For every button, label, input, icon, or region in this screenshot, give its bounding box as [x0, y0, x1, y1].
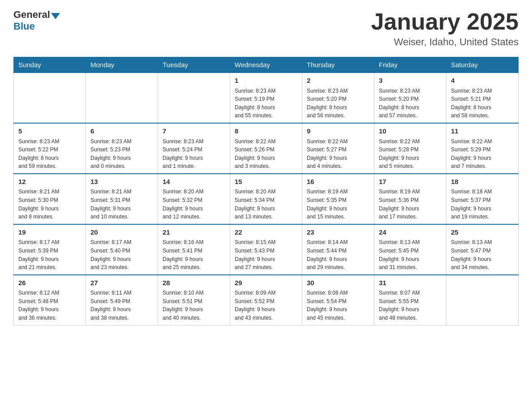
calendar-cell: 8Sunrise: 8:22 AM Sunset: 5:26 PM Daylig…	[230, 123, 302, 174]
day-number: 5	[18, 126, 81, 137]
day-number: 2	[307, 76, 369, 86]
day-info: Sunrise: 8:19 AM Sunset: 5:36 PM Dayligh…	[379, 188, 442, 221]
day-number: 15	[235, 177, 297, 187]
day-info: Sunrise: 8:11 AM Sunset: 5:49 PM Dayligh…	[90, 289, 153, 322]
logo-blue-text: Blue	[13, 21, 35, 32]
calendar-cell: 30Sunrise: 8:08 AM Sunset: 5:54 PM Dayli…	[302, 275, 374, 325]
day-info: Sunrise: 8:14 AM Sunset: 5:44 PM Dayligh…	[307, 238, 369, 271]
week-row-5: 26Sunrise: 8:12 AM Sunset: 5:48 PM Dayli…	[14, 275, 519, 325]
calendar-cell: 13Sunrise: 8:21 AM Sunset: 5:31 PM Dayli…	[86, 174, 158, 224]
calendar-cell: 25Sunrise: 8:13 AM Sunset: 5:47 PM Dayli…	[446, 224, 519, 275]
day-info: Sunrise: 8:10 AM Sunset: 5:51 PM Dayligh…	[163, 289, 225, 322]
day-info: Sunrise: 8:23 AM Sunset: 5:22 PM Dayligh…	[18, 137, 81, 171]
day-number: 10	[379, 126, 442, 137]
day-number: 24	[379, 227, 442, 238]
day-info: Sunrise: 8:08 AM Sunset: 5:54 PM Dayligh…	[307, 289, 369, 322]
day-info: Sunrise: 8:23 AM Sunset: 5:20 PM Dayligh…	[307, 87, 369, 120]
day-info: Sunrise: 8:23 AM Sunset: 5:20 PM Dayligh…	[379, 87, 442, 120]
calendar-cell: 1Sunrise: 8:23 AM Sunset: 5:19 PM Daylig…	[230, 73, 302, 123]
col-header-saturday: Saturday	[446, 57, 519, 73]
page-header: General Blue January 2025 Weiser, Idaho,…	[13, 9, 519, 48]
day-number: 7	[163, 126, 225, 137]
calendar-cell: 23Sunrise: 8:14 AM Sunset: 5:44 PM Dayli…	[302, 224, 374, 275]
calendar-cell: 7Sunrise: 8:23 AM Sunset: 5:24 PM Daylig…	[158, 123, 230, 174]
day-info: Sunrise: 8:20 AM Sunset: 5:34 PM Dayligh…	[235, 188, 297, 221]
day-info: Sunrise: 8:23 AM Sunset: 5:19 PM Dayligh…	[235, 87, 297, 120]
calendar-cell: 18Sunrise: 8:18 AM Sunset: 5:37 PM Dayli…	[446, 174, 519, 224]
day-number: 28	[163, 278, 225, 288]
calendar-cell: 15Sunrise: 8:20 AM Sunset: 5:34 PM Dayli…	[230, 174, 302, 224]
day-info: Sunrise: 8:23 AM Sunset: 5:23 PM Dayligh…	[90, 137, 153, 171]
day-info: Sunrise: 8:22 AM Sunset: 5:27 PM Dayligh…	[307, 137, 369, 171]
calendar-cell: 10Sunrise: 8:22 AM Sunset: 5:28 PM Dayli…	[374, 123, 446, 174]
day-info: Sunrise: 8:17 AM Sunset: 5:39 PM Dayligh…	[18, 238, 81, 271]
calendar-cell	[158, 73, 230, 123]
calendar-cell: 3Sunrise: 8:23 AM Sunset: 5:20 PM Daylig…	[374, 73, 446, 123]
day-number: 21	[163, 227, 225, 238]
calendar-cell: 4Sunrise: 8:23 AM Sunset: 5:21 PM Daylig…	[446, 73, 519, 123]
day-number: 26	[18, 278, 81, 288]
logo-arrow-icon	[51, 13, 60, 19]
calendar-cell: 31Sunrise: 8:07 AM Sunset: 5:55 PM Dayli…	[374, 275, 446, 325]
day-info: Sunrise: 8:23 AM Sunset: 5:21 PM Dayligh…	[451, 87, 514, 120]
day-number: 31	[379, 278, 442, 288]
calendar-cell: 20Sunrise: 8:17 AM Sunset: 5:40 PM Dayli…	[86, 224, 158, 275]
calendar-cell: 17Sunrise: 8:19 AM Sunset: 5:36 PM Dayli…	[374, 174, 446, 224]
calendar-cell: 29Sunrise: 8:09 AM Sunset: 5:52 PM Dayli…	[230, 275, 302, 325]
logo-general-text: General	[13, 9, 50, 21]
day-number: 1	[235, 76, 297, 86]
day-number: 12	[18, 177, 81, 187]
calendar-cell: 14Sunrise: 8:20 AM Sunset: 5:32 PM Dayli…	[158, 174, 230, 224]
day-number: 29	[235, 278, 297, 288]
day-info: Sunrise: 8:22 AM Sunset: 5:28 PM Dayligh…	[379, 137, 442, 171]
day-info: Sunrise: 8:15 AM Sunset: 5:43 PM Dayligh…	[235, 238, 297, 271]
day-number: 19	[18, 227, 81, 238]
day-info: Sunrise: 8:09 AM Sunset: 5:52 PM Dayligh…	[235, 289, 297, 322]
week-row-1: 1Sunrise: 8:23 AM Sunset: 5:19 PM Daylig…	[14, 73, 519, 123]
day-number: 9	[307, 126, 369, 137]
day-info: Sunrise: 8:21 AM Sunset: 5:31 PM Dayligh…	[90, 188, 153, 221]
day-number: 22	[235, 227, 297, 238]
week-row-4: 19Sunrise: 8:17 AM Sunset: 5:39 PM Dayli…	[14, 224, 519, 275]
header-row: SundayMondayTuesdayWednesdayThursdayFrid…	[14, 57, 519, 73]
calendar-cell: 24Sunrise: 8:13 AM Sunset: 5:45 PM Dayli…	[374, 224, 446, 275]
day-number: 18	[451, 177, 514, 187]
day-number: 23	[307, 227, 369, 238]
day-info: Sunrise: 8:13 AM Sunset: 5:47 PM Dayligh…	[451, 238, 514, 271]
calendar-cell: 5Sunrise: 8:23 AM Sunset: 5:22 PM Daylig…	[14, 123, 86, 174]
col-header-sunday: Sunday	[14, 57, 86, 73]
day-info: Sunrise: 8:21 AM Sunset: 5:30 PM Dayligh…	[18, 188, 81, 221]
calendar-cell: 26Sunrise: 8:12 AM Sunset: 5:48 PM Dayli…	[14, 275, 86, 325]
col-header-monday: Monday	[86, 57, 158, 73]
calendar-cell: 28Sunrise: 8:10 AM Sunset: 5:51 PM Dayli…	[158, 275, 230, 325]
day-number: 11	[451, 126, 514, 137]
logo: General Blue	[13, 9, 61, 32]
col-header-wednesday: Wednesday	[230, 57, 302, 73]
calendar-cell: 22Sunrise: 8:15 AM Sunset: 5:43 PM Dayli…	[230, 224, 302, 275]
col-header-friday: Friday	[374, 57, 446, 73]
day-number: 17	[379, 177, 442, 187]
calendar-table: SundayMondayTuesdayWednesdayThursdayFrid…	[13, 57, 519, 325]
day-info: Sunrise: 8:13 AM Sunset: 5:45 PM Dayligh…	[379, 238, 442, 271]
calendar-cell	[86, 73, 158, 123]
day-number: 6	[90, 126, 153, 137]
day-number: 20	[90, 227, 153, 238]
day-info: Sunrise: 8:07 AM Sunset: 5:55 PM Dayligh…	[379, 289, 442, 322]
calendar-cell: 11Sunrise: 8:22 AM Sunset: 5:29 PM Dayli…	[446, 123, 519, 174]
day-number: 13	[90, 177, 153, 187]
calendar-cell: 6Sunrise: 8:23 AM Sunset: 5:23 PM Daylig…	[86, 123, 158, 174]
calendar-cell: 12Sunrise: 8:21 AM Sunset: 5:30 PM Dayli…	[14, 174, 86, 224]
title-section: January 2025 Weiser, Idaho, United State…	[371, 9, 519, 48]
day-number: 4	[451, 76, 514, 86]
day-info: Sunrise: 8:22 AM Sunset: 5:26 PM Dayligh…	[235, 137, 297, 171]
col-header-tuesday: Tuesday	[158, 57, 230, 73]
day-info: Sunrise: 8:18 AM Sunset: 5:37 PM Dayligh…	[451, 188, 514, 221]
calendar-subtitle: Weiser, Idaho, United States	[371, 36, 519, 48]
day-info: Sunrise: 8:20 AM Sunset: 5:32 PM Dayligh…	[163, 188, 225, 221]
calendar-cell	[14, 73, 86, 123]
day-number: 8	[235, 126, 297, 137]
calendar-cell: 2Sunrise: 8:23 AM Sunset: 5:20 PM Daylig…	[302, 73, 374, 123]
calendar-title: January 2025	[371, 9, 519, 34]
day-info: Sunrise: 8:23 AM Sunset: 5:24 PM Dayligh…	[163, 137, 225, 171]
day-info: Sunrise: 8:19 AM Sunset: 5:35 PM Dayligh…	[307, 188, 369, 221]
